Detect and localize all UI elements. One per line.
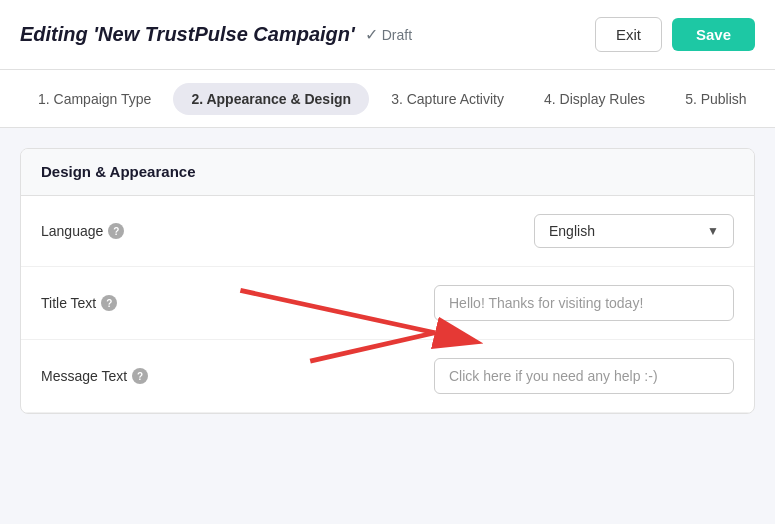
message-text-label: Message Text ? bbox=[41, 368, 221, 384]
header-actions: Exit Save bbox=[595, 17, 755, 52]
section-header: Design & Appearance bbox=[21, 149, 754, 196]
language-control: English ▼ bbox=[221, 214, 734, 248]
language-value: English bbox=[549, 223, 595, 239]
section-title: Design & Appearance bbox=[41, 163, 196, 180]
form-rows-container: Language ? English ▼ Title Text ? bbox=[21, 196, 754, 413]
page-header: Editing 'New TrustPulse Campaign' ✓ Draf… bbox=[0, 0, 775, 70]
message-text-input[interactable] bbox=[434, 358, 734, 394]
language-select[interactable]: English ▼ bbox=[534, 214, 734, 248]
tab-publish[interactable]: 5. Publish bbox=[667, 83, 764, 115]
language-row: Language ? English ▼ bbox=[21, 196, 754, 267]
tab-display-rules[interactable]: 4. Display Rules bbox=[526, 83, 663, 115]
language-label: Language ? bbox=[41, 223, 221, 239]
draft-icon: ✓ bbox=[365, 25, 378, 44]
message-text-row: Message Text ? bbox=[21, 340, 754, 413]
save-button[interactable]: Save bbox=[672, 18, 755, 51]
title-text-label: Title Text ? bbox=[41, 295, 221, 311]
nav-tabs: 1. Campaign Type 2. Appearance & Design … bbox=[0, 70, 775, 128]
exit-button[interactable]: Exit bbox=[595, 17, 662, 52]
message-text-control bbox=[221, 358, 734, 394]
main-content: Design & Appearance Language ? English ▼ bbox=[0, 128, 775, 434]
message-text-help-icon[interactable]: ? bbox=[132, 368, 148, 384]
tab-appearance-design[interactable]: 2. Appearance & Design bbox=[173, 83, 369, 115]
title-text-row: Title Text ? bbox=[21, 267, 754, 340]
title-text-input[interactable] bbox=[434, 285, 734, 321]
page-title: Editing 'New TrustPulse Campaign' bbox=[20, 23, 355, 46]
tab-campaign-type[interactable]: 1. Campaign Type bbox=[20, 83, 169, 115]
draft-label: Draft bbox=[382, 27, 412, 43]
title-text-control bbox=[221, 285, 734, 321]
chevron-down-icon: ▼ bbox=[707, 224, 719, 238]
header-left: Editing 'New TrustPulse Campaign' ✓ Draf… bbox=[20, 23, 412, 46]
language-help-icon[interactable]: ? bbox=[108, 223, 124, 239]
tab-capture-activity[interactable]: 3. Capture Activity bbox=[373, 83, 522, 115]
design-section-card: Design & Appearance Language ? English ▼ bbox=[20, 148, 755, 414]
draft-badge: ✓ Draft bbox=[365, 25, 412, 44]
title-text-help-icon[interactable]: ? bbox=[101, 295, 117, 311]
